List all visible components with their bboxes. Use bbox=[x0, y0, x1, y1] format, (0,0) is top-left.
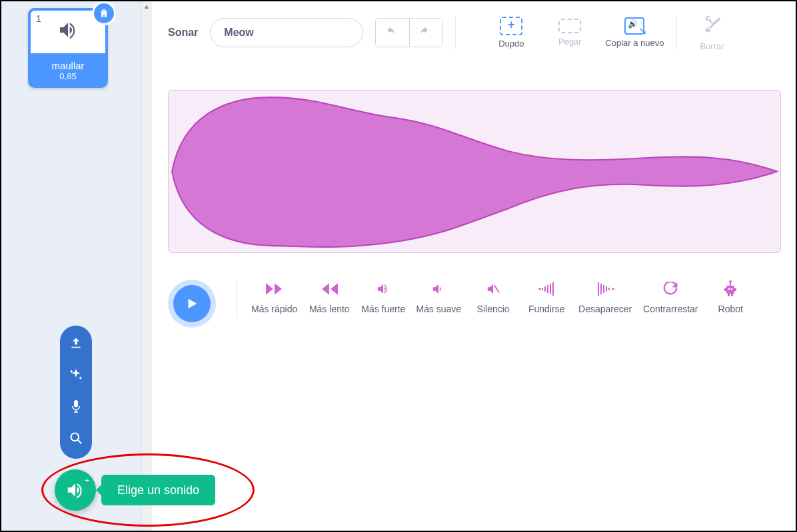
toolbar-divider bbox=[455, 16, 456, 49]
fade-in-icon bbox=[537, 280, 556, 298]
trash-icon bbox=[98, 7, 110, 19]
add-sound-menu bbox=[60, 326, 92, 459]
copy-to-new-button[interactable]: Copiar a nuevo bbox=[605, 17, 664, 48]
effect-fade-in[interactable]: Fundirse bbox=[520, 280, 573, 314]
effect-mute[interactable]: Silencio bbox=[466, 280, 520, 314]
svg-point-6 bbox=[729, 280, 732, 283]
svg-rect-7 bbox=[724, 288, 726, 291]
redo-icon bbox=[420, 27, 433, 36]
undo-redo-group bbox=[375, 18, 443, 47]
svg-rect-9 bbox=[728, 294, 730, 296]
effect-faster[interactable]: Más rápido bbox=[246, 280, 303, 314]
delete-sound-button[interactable] bbox=[92, 1, 116, 25]
svg-line-13 bbox=[78, 440, 82, 444]
sound-duration-label: 0,85 bbox=[28, 71, 108, 81]
choose-sound-tooltip: Elige un sonido bbox=[101, 475, 215, 505]
toolbar-divider-2 bbox=[676, 16, 677, 49]
waveform-icon bbox=[169, 91, 780, 252]
search-icon bbox=[69, 431, 83, 445]
effect-reverse[interactable]: Contrarrestar bbox=[637, 280, 704, 314]
sparkle-icon bbox=[69, 368, 83, 381]
svg-rect-2 bbox=[726, 286, 734, 294]
delete-tool-button[interactable]: Borrar bbox=[689, 13, 736, 51]
rewind-icon bbox=[321, 280, 338, 298]
svg-rect-10 bbox=[731, 294, 733, 296]
editor-toolbar: Sonar Dupdo Pegar Copiar a nuevo bbox=[152, 1, 797, 57]
effect-robot[interactable]: Robot bbox=[704, 280, 757, 314]
paste-icon bbox=[558, 19, 581, 33]
redo-button[interactable] bbox=[409, 19, 442, 47]
volume-down-icon bbox=[431, 280, 446, 298]
speaker-plus-icon bbox=[65, 480, 85, 500]
volume-mute-icon bbox=[485, 280, 501, 298]
sound-name-label: maullar bbox=[28, 60, 108, 71]
choose-sound-button[interactable]: + bbox=[55, 469, 96, 511]
undo-button[interactable] bbox=[376, 19, 409, 47]
sound-card[interactable]: 1 maullar 0,85 bbox=[28, 8, 108, 88]
upload-sound-button[interactable] bbox=[69, 336, 83, 353]
record-sound-button[interactable] bbox=[70, 399, 82, 417]
sound-editor-main: Sonar Dupdo Pegar Copiar a nuevo bbox=[152, 1, 797, 531]
sound-name-field-label: Sonar bbox=[168, 27, 198, 39]
search-sound-button[interactable] bbox=[69, 431, 83, 448]
effects-row: Más rápido Más lento Más fuerte Más suav… bbox=[152, 280, 797, 328]
play-button[interactable] bbox=[173, 285, 211, 322]
sound-card-info: maullar 0,85 bbox=[28, 56, 108, 88]
effect-louder[interactable]: Más fuerte bbox=[356, 280, 410, 314]
volume-up-icon bbox=[375, 280, 392, 298]
speaker-icon bbox=[57, 19, 79, 45]
sound-name-input[interactable] bbox=[210, 18, 363, 47]
surprise-sound-button[interactable] bbox=[69, 368, 83, 384]
upload-icon bbox=[69, 336, 83, 350]
svg-rect-11 bbox=[74, 400, 78, 407]
fade-out-icon bbox=[596, 280, 614, 298]
scissors-icon bbox=[702, 13, 722, 38]
play-icon bbox=[185, 296, 199, 311]
effects-divider bbox=[236, 280, 237, 320]
effect-slower[interactable]: Más lento bbox=[303, 280, 356, 314]
reverse-icon bbox=[662, 280, 679, 298]
copy-selection-icon bbox=[500, 17, 522, 35]
waveform-display[interactable] bbox=[168, 90, 781, 253]
microphone-icon bbox=[70, 399, 82, 413]
svg-line-1 bbox=[494, 286, 499, 293]
effect-fade-out[interactable]: Desaparecer bbox=[573, 280, 637, 314]
effect-softer[interactable]: Más suave bbox=[410, 280, 466, 314]
robot-icon bbox=[722, 280, 738, 298]
sidebar-scrollbar[interactable] bbox=[141, 1, 152, 531]
copy-tool-button[interactable]: Dupdo bbox=[488, 17, 534, 49]
plus-icon: + bbox=[85, 476, 89, 484]
copy-to-new-icon bbox=[624, 17, 644, 35]
svg-point-4 bbox=[731, 288, 733, 290]
paste-tool-button[interactable]: Pegar bbox=[546, 19, 593, 47]
svg-point-12 bbox=[71, 433, 79, 441]
svg-point-3 bbox=[728, 288, 730, 290]
sound-index: 1 bbox=[36, 13, 41, 24]
svg-rect-8 bbox=[734, 288, 736, 291]
play-button-wrap bbox=[168, 280, 216, 328]
undo-icon bbox=[386, 27, 399, 36]
fast-forward-icon bbox=[266, 280, 283, 298]
